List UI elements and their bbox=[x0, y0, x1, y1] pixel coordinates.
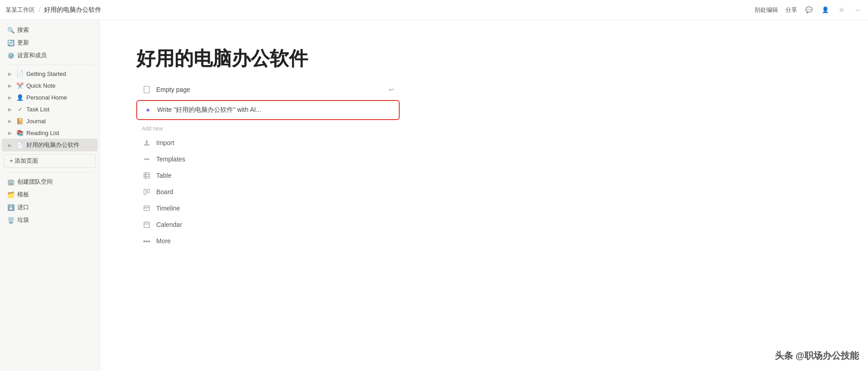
sidebar-item-search[interactable]: 🔍 搜索 bbox=[2, 24, 98, 36]
sidebar-item-getting-started[interactable]: ▶ 📄 Getting Started bbox=[2, 68, 98, 80]
svg-point-2 bbox=[144, 159, 146, 160]
reading-list-icon: 📚 bbox=[16, 129, 24, 136]
sidebar-item-current-page[interactable]: ▶ 📄 好用的电脑办公软件 bbox=[2, 139, 98, 151]
edit-elsewhere-button[interactable]: 别处编辑 bbox=[754, 6, 778, 14]
page-title: 好用的电脑办公软件 bbox=[136, 47, 832, 70]
more-option[interactable]: ••• More bbox=[136, 233, 400, 249]
svg-point-3 bbox=[148, 159, 149, 160]
user-icon[interactable]: 👤 bbox=[821, 5, 830, 15]
chevron-right-icon: ▶ bbox=[7, 142, 13, 148]
sidebar-update-label: 更新 bbox=[17, 39, 29, 47]
journal-icon: 📔 bbox=[16, 117, 24, 125]
main-layout: 🔍 搜索 🔄 更新 ⚙️ 设置和成员 ▶ 📄 Getting Started ▶… bbox=[0, 20, 868, 371]
sidebar-label-reading-list: Reading List bbox=[26, 130, 59, 136]
sidebar-label-current-page: 好用的电脑办公软件 bbox=[26, 141, 79, 149]
sidebar-label-templates: 模板 bbox=[17, 191, 29, 199]
chevron-right-icon: ▶ bbox=[7, 106, 13, 112]
quick-note-icon: ✂️ bbox=[16, 82, 24, 89]
top-bar-left: 某某工作区 / 好用的电脑办公软件 bbox=[5, 6, 101, 14]
svg-point-1 bbox=[146, 159, 148, 160]
sidebar-settings-label: 设置和成员 bbox=[17, 51, 47, 60]
page-icon: 📄 bbox=[16, 70, 24, 77]
sidebar-label-create-team: 创建团队空间 bbox=[17, 178, 53, 186]
chevron-right-icon: ▶ bbox=[7, 118, 13, 124]
empty-page-label: Empty page bbox=[156, 86, 190, 93]
sidebar-label-trash: 垃圾 bbox=[17, 216, 29, 224]
board-option[interactable]: Board bbox=[136, 184, 400, 200]
sidebar-item-templates[interactable]: 🗂️ 模板 bbox=[2, 188, 98, 201]
breadcrumb-separator: / bbox=[39, 6, 40, 14]
sidebar-item-create-team[interactable]: 🏢 创建团队空间 bbox=[2, 175, 98, 188]
board-label: Board bbox=[156, 188, 173, 196]
empty-page-option[interactable]: Empty page ↩ bbox=[136, 81, 400, 98]
page-breadcrumb-title: 好用的电脑办公软件 bbox=[44, 6, 101, 14]
svg-rect-13 bbox=[144, 222, 149, 228]
svg-rect-8 bbox=[144, 189, 146, 195]
sidebar-item-quick-note[interactable]: ▶ ✂️ Quick Note bbox=[2, 80, 98, 91]
sidebar-item-import[interactable]: ⬇️ 进口 bbox=[2, 201, 98, 214]
top-bar-right: 别处编辑 分享 💬 👤 ☆ ··· bbox=[754, 5, 863, 15]
share-button[interactable]: 分享 bbox=[785, 6, 797, 14]
personal-home-icon: 👤 bbox=[16, 94, 24, 101]
add-page-wrapper: + 添加页面 bbox=[2, 154, 98, 168]
top-bar: 某某工作区 / 好用的电脑办公软件 别处编辑 分享 💬 👤 ☆ ··· bbox=[0, 0, 868, 20]
sidebar-item-trash[interactable]: 🗑️ 垃圾 bbox=[2, 214, 98, 226]
timeline-option[interactable]: Timeline bbox=[136, 200, 400, 216]
empty-page-icon bbox=[142, 85, 152, 95]
calendar-option[interactable]: Calendar bbox=[136, 216, 400, 233]
templates-option-icon bbox=[142, 154, 152, 164]
templates-label: Templates bbox=[156, 155, 185, 163]
sidebar-item-personal-home[interactable]: ▶ 👤 Personal Home bbox=[2, 91, 98, 103]
sidebar: 🔍 搜索 🔄 更新 ⚙️ 设置和成员 ▶ 📄 Getting Started ▶… bbox=[0, 20, 100, 371]
trash-icon: 🗑️ bbox=[7, 216, 15, 224]
sidebar-label-getting-started: Getting Started bbox=[26, 70, 66, 77]
chevron-right-icon: ▶ bbox=[7, 130, 13, 135]
task-list-icon: ✓ bbox=[16, 105, 24, 113]
calendar-label: Calendar bbox=[156, 221, 182, 228]
comment-icon[interactable]: 💬 bbox=[804, 5, 813, 15]
templates-option[interactable]: Templates bbox=[136, 151, 400, 167]
empty-page-arrow: ↩ bbox=[389, 86, 394, 93]
template-icon: 🗂️ bbox=[7, 191, 15, 198]
sidebar-divider-1 bbox=[5, 65, 94, 65]
table-label: Table bbox=[156, 172, 171, 179]
content-area: 好用的电脑办公软件 Empty page ↩ ✦ Write "好用的电脑办公软… bbox=[100, 20, 868, 371]
sidebar-label-import: 进口 bbox=[17, 203, 29, 211]
import-label: Import bbox=[156, 139, 174, 146]
sidebar-label-journal: Journal bbox=[26, 118, 46, 125]
sidebar-item-journal[interactable]: ▶ 📔 Journal bbox=[2, 115, 98, 127]
sidebar-item-settings[interactable]: ⚙️ 设置和成员 bbox=[2, 49, 98, 62]
chevron-right-icon: ▶ bbox=[7, 95, 13, 100]
timeline-option-icon bbox=[142, 203, 152, 213]
star-icon[interactable]: ☆ bbox=[837, 5, 846, 15]
ai-write-label: Write "好用的电脑办公软件" with AI... bbox=[157, 106, 261, 114]
current-page-icon: 📄 bbox=[16, 141, 24, 149]
sidebar-item-task-list[interactable]: ▶ ✓ Task List bbox=[2, 103, 98, 115]
more-options-icon[interactable]: ··· bbox=[853, 5, 863, 15]
table-option-icon bbox=[142, 170, 152, 180]
more-dots-icon: ••• bbox=[142, 236, 152, 246]
sidebar-search-label: 搜索 bbox=[17, 26, 29, 34]
ai-write-icon: ✦ bbox=[143, 105, 153, 115]
team-icon: 🏢 bbox=[7, 178, 15, 186]
board-option-icon bbox=[142, 187, 152, 197]
ai-write-option[interactable]: ✦ Write "好用的电脑办公软件" with AI... bbox=[136, 100, 400, 120]
chevron-right-icon: ▶ bbox=[7, 83, 13, 88]
table-option[interactable]: Table bbox=[136, 167, 400, 184]
add-page-button[interactable]: + 添加页面 bbox=[4, 154, 96, 168]
update-icon: 🔄 bbox=[7, 39, 15, 46]
sidebar-divider-2 bbox=[5, 172, 94, 173]
import-option[interactable]: Import bbox=[136, 135, 400, 151]
import-icon: ⬇️ bbox=[7, 204, 15, 211]
svg-rect-9 bbox=[147, 189, 149, 193]
sidebar-label-personal-home: Personal Home bbox=[26, 94, 67, 101]
add-page-label: + 添加页面 bbox=[10, 157, 38, 165]
timeline-label: Timeline bbox=[156, 205, 180, 212]
sidebar-item-update[interactable]: 🔄 更新 bbox=[2, 36, 98, 49]
import-option-icon bbox=[142, 138, 152, 148]
workspace-name[interactable]: 某某工作区 bbox=[5, 6, 35, 14]
settings-icon: ⚙️ bbox=[7, 52, 15, 59]
sidebar-item-reading-list[interactable]: ▶ 📚 Reading List bbox=[2, 127, 98, 139]
more-label: More bbox=[156, 237, 171, 245]
svg-rect-0 bbox=[144, 86, 149, 93]
